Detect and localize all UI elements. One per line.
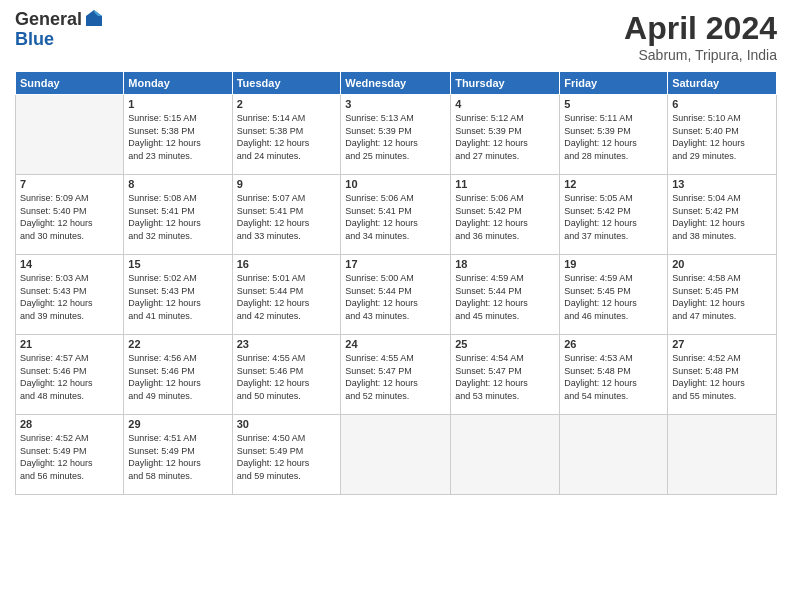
day-number: 6 [672,98,772,110]
day-number: 29 [128,418,227,430]
day-number: 10 [345,178,446,190]
calendar-cell: 4Sunrise: 5:12 AM Sunset: 5:39 PM Daylig… [451,95,560,175]
day-info: Sunrise: 5:06 AM Sunset: 5:41 PM Dayligh… [345,192,446,242]
day-info: Sunrise: 5:03 AM Sunset: 5:43 PM Dayligh… [20,272,119,322]
day-info: Sunrise: 4:56 AM Sunset: 5:46 PM Dayligh… [128,352,227,402]
calendar-cell [668,415,777,495]
header: General Blue April 2024 Sabrum, Tripura,… [15,10,777,63]
calendar-cell: 13Sunrise: 5:04 AM Sunset: 5:42 PM Dayli… [668,175,777,255]
calendar-cell: 14Sunrise: 5:03 AM Sunset: 5:43 PM Dayli… [16,255,124,335]
calendar-cell [451,415,560,495]
calendar-cell: 1Sunrise: 5:15 AM Sunset: 5:38 PM Daylig… [124,95,232,175]
calendar-cell: 25Sunrise: 4:54 AM Sunset: 5:47 PM Dayli… [451,335,560,415]
calendar-cell: 29Sunrise: 4:51 AM Sunset: 5:49 PM Dayli… [124,415,232,495]
calendar-cell: 12Sunrise: 5:05 AM Sunset: 5:42 PM Dayli… [560,175,668,255]
day-info: Sunrise: 4:58 AM Sunset: 5:45 PM Dayligh… [672,272,772,322]
day-number: 13 [672,178,772,190]
day-info: Sunrise: 5:15 AM Sunset: 5:38 PM Dayligh… [128,112,227,162]
svg-marker-0 [86,10,102,26]
week-row-3: 14Sunrise: 5:03 AM Sunset: 5:43 PM Dayli… [16,255,777,335]
calendar-cell: 22Sunrise: 4:56 AM Sunset: 5:46 PM Dayli… [124,335,232,415]
day-number: 23 [237,338,337,350]
day-number: 28 [20,418,119,430]
calendar-cell: 2Sunrise: 5:14 AM Sunset: 5:38 PM Daylig… [232,95,341,175]
day-info: Sunrise: 5:07 AM Sunset: 5:41 PM Dayligh… [237,192,337,242]
day-number: 1 [128,98,227,110]
week-row-5: 28Sunrise: 4:52 AM Sunset: 5:49 PM Dayli… [16,415,777,495]
day-info: Sunrise: 4:59 AM Sunset: 5:44 PM Dayligh… [455,272,555,322]
day-info: Sunrise: 5:12 AM Sunset: 5:39 PM Dayligh… [455,112,555,162]
calendar-header: Sunday Monday Tuesday Wednesday Thursday… [16,72,777,95]
calendar-body: 1Sunrise: 5:15 AM Sunset: 5:38 PM Daylig… [16,95,777,495]
day-info: Sunrise: 4:57 AM Sunset: 5:46 PM Dayligh… [20,352,119,402]
day-number: 14 [20,258,119,270]
day-number: 11 [455,178,555,190]
col-tuesday: Tuesday [232,72,341,95]
day-number: 8 [128,178,227,190]
day-info: Sunrise: 5:08 AM Sunset: 5:41 PM Dayligh… [128,192,227,242]
month-title: April 2024 [624,10,777,47]
calendar-table: Sunday Monday Tuesday Wednesday Thursday… [15,71,777,495]
calendar-cell: 24Sunrise: 4:55 AM Sunset: 5:47 PM Dayli… [341,335,451,415]
calendar-cell: 30Sunrise: 4:50 AM Sunset: 5:49 PM Dayli… [232,415,341,495]
calendar-cell [560,415,668,495]
col-thursday: Thursday [451,72,560,95]
col-friday: Friday [560,72,668,95]
day-number: 17 [345,258,446,270]
day-info: Sunrise: 4:52 AM Sunset: 5:48 PM Dayligh… [672,352,772,402]
calendar-cell: 3Sunrise: 5:13 AM Sunset: 5:39 PM Daylig… [341,95,451,175]
calendar-cell: 26Sunrise: 4:53 AM Sunset: 5:48 PM Dayli… [560,335,668,415]
day-info: Sunrise: 5:00 AM Sunset: 5:44 PM Dayligh… [345,272,446,322]
day-info: Sunrise: 5:06 AM Sunset: 5:42 PM Dayligh… [455,192,555,242]
day-number: 7 [20,178,119,190]
calendar-cell: 23Sunrise: 4:55 AM Sunset: 5:46 PM Dayli… [232,335,341,415]
day-number: 24 [345,338,446,350]
day-number: 3 [345,98,446,110]
calendar-cell: 15Sunrise: 5:02 AM Sunset: 5:43 PM Dayli… [124,255,232,335]
calendar-cell: 7Sunrise: 5:09 AM Sunset: 5:40 PM Daylig… [16,175,124,255]
calendar-cell: 27Sunrise: 4:52 AM Sunset: 5:48 PM Dayli… [668,335,777,415]
day-number: 15 [128,258,227,270]
logo-blue-text: Blue [15,30,82,50]
calendar-cell: 11Sunrise: 5:06 AM Sunset: 5:42 PM Dayli… [451,175,560,255]
day-info: Sunrise: 4:55 AM Sunset: 5:46 PM Dayligh… [237,352,337,402]
day-info: Sunrise: 5:10 AM Sunset: 5:40 PM Dayligh… [672,112,772,162]
col-saturday: Saturday [668,72,777,95]
day-number: 4 [455,98,555,110]
calendar-cell: 16Sunrise: 5:01 AM Sunset: 5:44 PM Dayli… [232,255,341,335]
day-number: 16 [237,258,337,270]
day-number: 22 [128,338,227,350]
calendar-cell: 5Sunrise: 5:11 AM Sunset: 5:39 PM Daylig… [560,95,668,175]
day-number: 27 [672,338,772,350]
day-info: Sunrise: 4:54 AM Sunset: 5:47 PM Dayligh… [455,352,555,402]
day-info: Sunrise: 5:05 AM Sunset: 5:42 PM Dayligh… [564,192,663,242]
day-number: 20 [672,258,772,270]
day-info: Sunrise: 4:59 AM Sunset: 5:45 PM Dayligh… [564,272,663,322]
day-info: Sunrise: 5:11 AM Sunset: 5:39 PM Dayligh… [564,112,663,162]
title-area: April 2024 Sabrum, Tripura, India [624,10,777,63]
page-container: General Blue April 2024 Sabrum, Tripura,… [0,0,792,505]
day-info: Sunrise: 4:52 AM Sunset: 5:49 PM Dayligh… [20,432,119,482]
day-number: 12 [564,178,663,190]
header-row: Sunday Monday Tuesday Wednesday Thursday… [16,72,777,95]
day-info: Sunrise: 5:04 AM Sunset: 5:42 PM Dayligh… [672,192,772,242]
day-info: Sunrise: 5:09 AM Sunset: 5:40 PM Dayligh… [20,192,119,242]
day-number: 25 [455,338,555,350]
day-number: 18 [455,258,555,270]
calendar-cell: 18Sunrise: 4:59 AM Sunset: 5:44 PM Dayli… [451,255,560,335]
calendar-cell: 10Sunrise: 5:06 AM Sunset: 5:41 PM Dayli… [341,175,451,255]
day-number: 19 [564,258,663,270]
calendar-cell: 28Sunrise: 4:52 AM Sunset: 5:49 PM Dayli… [16,415,124,495]
calendar-cell: 21Sunrise: 4:57 AM Sunset: 5:46 PM Dayli… [16,335,124,415]
calendar-cell: 19Sunrise: 4:59 AM Sunset: 5:45 PM Dayli… [560,255,668,335]
day-info: Sunrise: 4:51 AM Sunset: 5:49 PM Dayligh… [128,432,227,482]
day-number: 2 [237,98,337,110]
day-info: Sunrise: 5:02 AM Sunset: 5:43 PM Dayligh… [128,272,227,322]
day-info: Sunrise: 5:01 AM Sunset: 5:44 PM Dayligh… [237,272,337,322]
calendar-cell [341,415,451,495]
calendar-cell: 8Sunrise: 5:08 AM Sunset: 5:41 PM Daylig… [124,175,232,255]
day-number: 30 [237,418,337,430]
col-monday: Monday [124,72,232,95]
calendar-cell: 6Sunrise: 5:10 AM Sunset: 5:40 PM Daylig… [668,95,777,175]
day-info: Sunrise: 4:55 AM Sunset: 5:47 PM Dayligh… [345,352,446,402]
